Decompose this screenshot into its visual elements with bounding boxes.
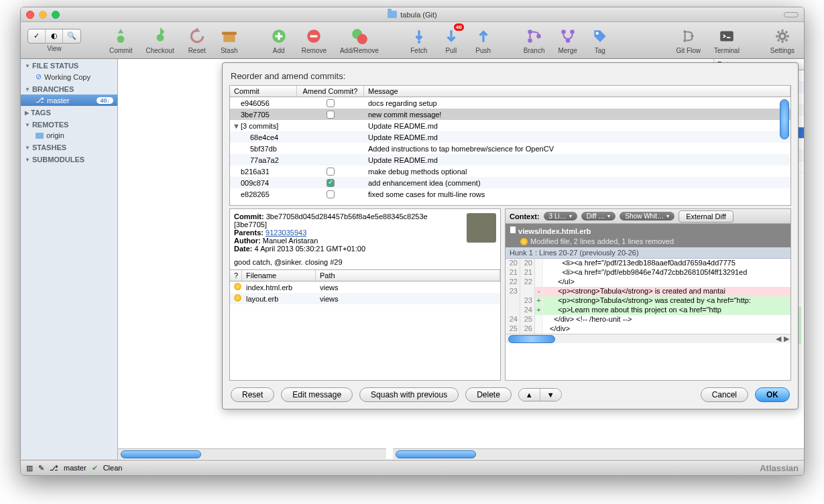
diff-panel: Context: 3 Li… Diff … Show Whit… Externa… xyxy=(505,208,791,381)
svg-point-15 xyxy=(595,32,598,34)
folder-icon xyxy=(36,133,44,139)
branch-button[interactable]: Branch xyxy=(521,25,548,56)
main-hscroll-left[interactable] xyxy=(118,448,386,459)
tag-button[interactable]: Tag xyxy=(588,25,612,56)
commit-row[interactable]: e946056docs regarding setup xyxy=(230,97,790,109)
view-search-icon[interactable]: 🔍 xyxy=(63,29,80,43)
close-icon[interactable] xyxy=(26,11,34,19)
file-icon xyxy=(510,226,516,234)
view-check-icon[interactable]: ✓ xyxy=(28,29,46,43)
amend-checkbox[interactable] xyxy=(327,190,335,198)
diff-options-popup[interactable]: Diff … xyxy=(581,212,616,220)
panel-toggle-icon[interactable]: ▥ xyxy=(26,464,33,472)
app-window: tabula (Git) ✓ ◐ 🔍 View Commit Checkout … xyxy=(20,7,805,476)
commit-button[interactable]: Commit xyxy=(107,25,135,56)
commit-row[interactable]: e828265fixed some cases for multi-line r… xyxy=(230,188,790,200)
delete-button[interactable]: Delete xyxy=(465,387,512,402)
diff-file-header[interactable]: views/index.html.erb xyxy=(506,224,790,237)
svg-point-13 xyxy=(570,29,575,34)
git-flow-button[interactable]: Git Flow xyxy=(673,25,703,56)
svg-point-17 xyxy=(683,39,686,42)
sidebar-item-working-copy[interactable]: ⊘Working Copy xyxy=(21,71,117,82)
view-history-icon[interactable]: ◐ xyxy=(46,29,63,43)
checkout-button[interactable]: Checkout xyxy=(143,25,176,56)
external-diff-button-2[interactable]: External Diff xyxy=(679,210,733,223)
col-amend[interactable]: Amend Commit? xyxy=(297,86,364,97)
diff-code[interactable]: 2020 <li><a href="/pdf/213edb188aaef0add… xyxy=(506,259,790,334)
context-lines-popup[interactable]: 3 Li… xyxy=(544,212,577,220)
parent-link[interactable]: 9123035943 xyxy=(266,229,306,237)
diff-file-status: Modified file, 2 lines added, 1 lines re… xyxy=(506,237,790,247)
commit-row[interactable]: 009c874add enhancement idea (comment) xyxy=(230,177,790,188)
squash-button[interactable]: Squash with previous xyxy=(359,387,459,402)
add-button[interactable]: Add xyxy=(267,25,291,56)
minimize-icon[interactable] xyxy=(39,11,47,19)
hunk-header[interactable]: Hunk 1 : Lines 20-27 (previously 20-26) xyxy=(506,247,790,259)
ok-button[interactable]: OK xyxy=(755,387,790,402)
edit-message-button[interactable]: Edit message xyxy=(281,387,353,402)
pull-badge: 40 xyxy=(454,23,464,31)
diff-hscroll[interactable]: ◀ ▶ xyxy=(506,334,790,343)
toolbar-pill-icon[interactable] xyxy=(784,12,799,17)
sidebar-section-branches[interactable]: ▼BRANCHES xyxy=(21,82,117,94)
commits-table: Commit Amend Commit? Message e946056docs… xyxy=(229,85,791,206)
amend-checkbox[interactable] xyxy=(327,168,335,176)
sidebar-section-stashes[interactable]: ▼STASHES xyxy=(21,141,117,153)
cancel-button[interactable]: Cancel xyxy=(701,387,748,402)
diff-line: 2526 </div> xyxy=(506,324,790,334)
col-path[interactable]: Path xyxy=(316,270,500,281)
modified-icon xyxy=(520,238,528,245)
commit-row[interactable]: 77aa7a2Update README.md xyxy=(230,154,790,166)
svg-rect-3 xyxy=(222,32,237,34)
svg-point-8 xyxy=(418,40,420,43)
col-filename[interactable]: Filename xyxy=(242,270,316,281)
sidebar-section-submodules[interactable]: ▼SUBMODULES xyxy=(21,153,117,165)
settings-button[interactable]: Settings xyxy=(768,25,797,56)
main-hscroll-right[interactable] xyxy=(393,448,804,459)
terminal-button[interactable]: Terminal xyxy=(711,25,742,56)
file-row[interactable]: layout.erbviews xyxy=(230,293,500,304)
commit-row[interactable]: 3be7705new commit message! xyxy=(230,109,790,120)
remove-button[interactable]: Remove xyxy=(299,25,329,56)
push-button[interactable]: Push xyxy=(471,25,495,56)
stash-button[interactable]: Stash xyxy=(217,25,241,56)
sidebar: ▼FILE STATUS ⊘Working Copy ▼BRANCHES ⎇ m… xyxy=(21,59,118,460)
add-remove-button[interactable]: Add/Remove xyxy=(337,25,381,56)
scroll-right-icon[interactable]: ▶ xyxy=(782,334,790,343)
commit-row[interactable]: 5bf37dbAdded instructions to tap homebre… xyxy=(230,143,790,154)
move-down-button[interactable]: ▼ xyxy=(540,389,561,401)
branch-behind-badge: 40↓ xyxy=(97,97,113,104)
edit-icon[interactable]: ✎ xyxy=(38,464,44,472)
sidebar-section-remotes[interactable]: ▼REMOTES xyxy=(21,118,117,130)
amend-checkbox[interactable] xyxy=(327,99,335,107)
move-up-button[interactable]: ▲ xyxy=(519,389,540,401)
commits-scrollbar[interactable] xyxy=(780,99,789,204)
commit-row[interactable]: 68e4ce4Update README.md xyxy=(230,131,790,143)
col-status[interactable]: ? xyxy=(230,270,242,281)
merge-button[interactable]: Merge xyxy=(555,25,579,56)
titlebar[interactable]: tabula (Git) xyxy=(21,7,804,22)
commit-info: Commit: 3be77058d045d284457b56f8a4e5e883… xyxy=(229,208,501,270)
pull-button[interactable]: 40Pull xyxy=(439,25,463,56)
fetch-button[interactable]: Fetch xyxy=(407,25,431,56)
amend-checkbox[interactable] xyxy=(327,111,335,119)
reset-button[interactable]: Reset xyxy=(231,387,274,402)
view-segmented-control[interactable]: ✓ ◐ 🔍 xyxy=(27,29,81,44)
sidebar-item-master[interactable]: ⎇ master 40↓ xyxy=(21,94,117,106)
whitespace-popup[interactable]: Show Whit… xyxy=(620,212,674,220)
branch-icon: ⎇ xyxy=(36,96,44,105)
scroll-left-icon[interactable]: ◀ xyxy=(774,334,782,343)
sidebar-item-origin[interactable]: origin xyxy=(21,130,117,141)
reset-button[interactable]: Reset xyxy=(185,25,209,56)
file-row[interactable]: index.html.erbviews xyxy=(230,281,500,293)
commit-row[interactable]: ▼[3 commits]Update README.md xyxy=(230,120,790,131)
col-commit[interactable]: Commit xyxy=(230,86,297,97)
zoom-icon[interactable] xyxy=(52,11,60,19)
col-message[interactable]: Message xyxy=(364,86,790,97)
diff-line: 2222 </ul> xyxy=(506,277,790,287)
commit-row[interactable]: b216a31make debug methods optional xyxy=(230,166,790,177)
sidebar-section-tags[interactable]: ▶TAGS xyxy=(21,106,117,118)
expand-icon[interactable]: ▼ xyxy=(233,122,241,130)
sidebar-section-file-status[interactable]: ▼FILE STATUS xyxy=(21,59,117,71)
amend-checkbox[interactable] xyxy=(327,179,335,187)
